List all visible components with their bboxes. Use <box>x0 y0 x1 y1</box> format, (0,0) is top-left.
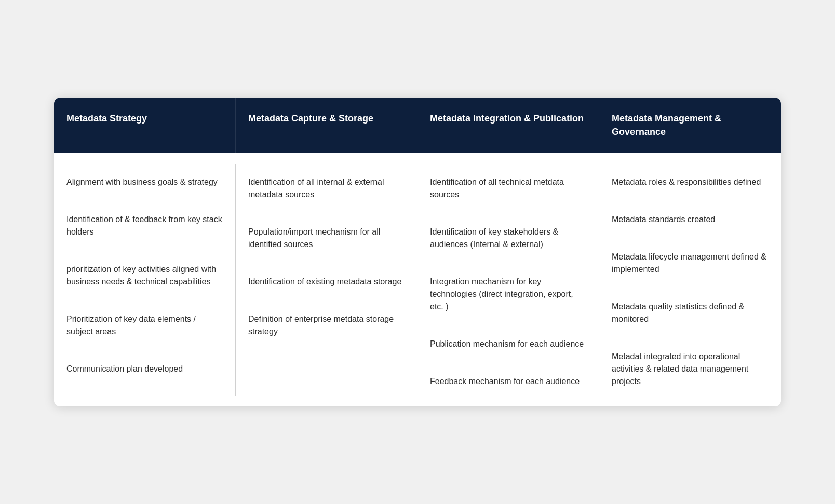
list-item: Population/import mechanism for all iden… <box>248 222 405 251</box>
list-item: Metadata lifecycle management defined & … <box>612 247 769 276</box>
list-item: Identification of existing metadata stor… <box>248 271 405 288</box>
list-item: Metadata standards created <box>612 209 769 226</box>
list-item: Metadata roles & responsibilities define… <box>612 172 769 188</box>
list-item: Integration mechanism for key technologi… <box>430 271 586 313</box>
column-2: Identification of all internal & externa… <box>236 164 418 396</box>
header-col4: Metadata Management & Governance <box>599 98 781 153</box>
header-col2: Metadata Capture & Storage <box>236 98 418 153</box>
column-4: Metadata roles & responsibilities define… <box>599 164 781 396</box>
table-header: Metadata Strategy Metadata Capture & Sto… <box>54 98 781 153</box>
header-col3: Metadata Integration & Publication <box>418 98 599 153</box>
list-item: Prioritization of key data elements / su… <box>66 309 223 338</box>
main-table: Metadata Strategy Metadata Capture & Sto… <box>54 98 781 406</box>
list-item: Metadat integrated into operational acti… <box>612 346 769 388</box>
list-item: Identification of all technical metdata … <box>430 172 586 201</box>
list-item: Definition of enterprise metdata storage… <box>248 309 405 338</box>
list-item: Communication plan developed <box>66 359 223 375</box>
column-3: Identification of all technical metdata … <box>418 164 599 396</box>
list-item: prioritization of key activities aligned… <box>66 259 223 288</box>
list-item: Identification of & feedback from key st… <box>66 209 223 238</box>
list-item: Metadata quality statistics defined & mo… <box>612 296 769 325</box>
list-item: Publication mechanism for each audience <box>430 334 586 350</box>
column-1: Alignment with business goals & strategy… <box>54 164 236 396</box>
list-item: Feedback mechanism for each audience <box>430 371 586 388</box>
list-item: Alignment with business goals & strategy <box>66 172 223 188</box>
table-body: Alignment with business goals & strategy… <box>54 153 781 406</box>
list-item: Identification of all internal & externa… <box>248 172 405 201</box>
header-col1: Metadata Strategy <box>54 98 236 153</box>
list-item: Identification of key stakeholders & aud… <box>430 222 586 251</box>
